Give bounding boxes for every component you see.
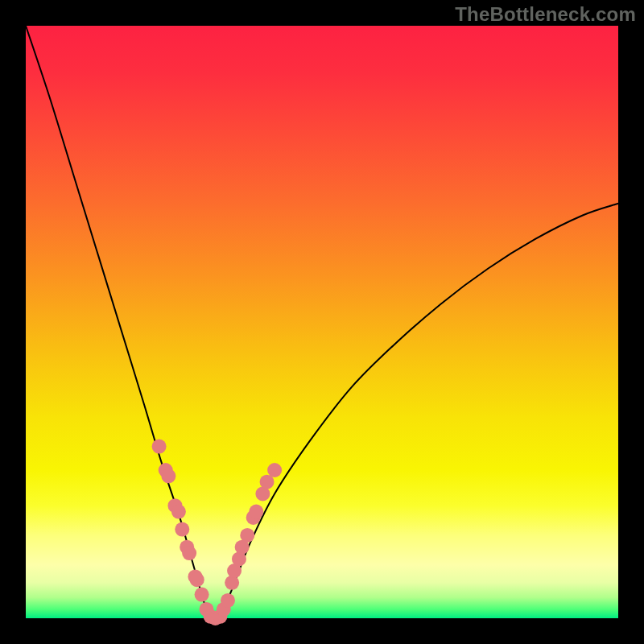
attribution-text: TheBottleneck.com (455, 3, 636, 26)
highlight-dot (161, 469, 175, 483)
highlight-dot (267, 463, 282, 477)
highlight-dot (182, 546, 196, 560)
chart-stage: TheBottleneck.com (0, 0, 644, 644)
highlight-dot (171, 505, 186, 519)
highlight-dot (195, 588, 209, 602)
highlight-dot (175, 522, 189, 537)
highlight-dot (249, 505, 263, 519)
plot-area (26, 26, 618, 618)
highlight-dot (152, 440, 167, 454)
highlight-dot (260, 475, 275, 489)
bottleneck-chart (0, 0, 644, 644)
highlight-dot (221, 593, 235, 608)
highlight-dot (190, 572, 204, 587)
highlight-dot (240, 528, 254, 543)
